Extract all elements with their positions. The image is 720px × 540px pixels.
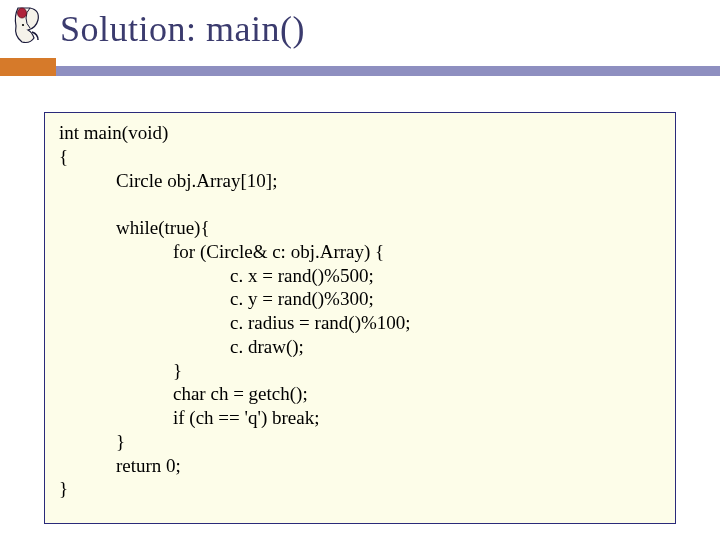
content-area: int main(void) { Circle obj.Array[10]; w…	[0, 76, 720, 540]
accent-bar	[0, 58, 720, 76]
slide-header: Solution: main()	[0, 0, 720, 58]
svg-point-0	[18, 8, 27, 18]
svg-point-1	[22, 24, 24, 26]
accent-orange-block	[0, 58, 56, 76]
duke-logo	[8, 2, 54, 46]
slide-title: Solution: main()	[60, 8, 305, 50]
code-block: int main(void) { Circle obj.Array[10]; w…	[44, 112, 676, 524]
code-text: int main(void) { Circle obj.Array[10]; w…	[59, 121, 661, 501]
accent-purple-bar	[56, 66, 720, 76]
